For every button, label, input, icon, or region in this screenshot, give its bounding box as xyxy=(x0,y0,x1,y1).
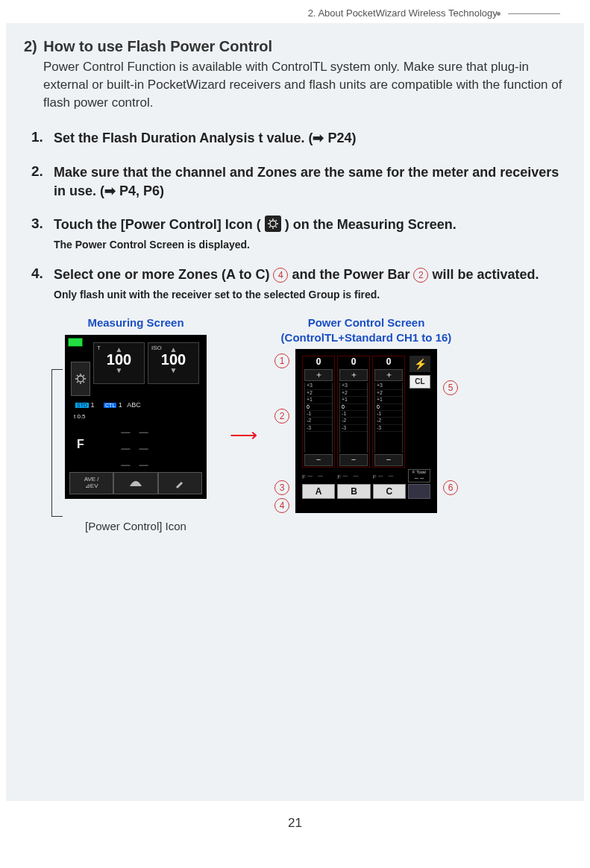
iso-label: ISO xyxy=(151,345,162,351)
power-control-icon-caption: [Power Control] Icon xyxy=(54,520,218,532)
step-4-title: Select one or more Zones (A to C) 4 and … xyxy=(54,265,566,284)
zone-a-plus-button[interactable]: ＋ xyxy=(304,369,333,381)
zone-buttons-row: A B C xyxy=(300,482,433,501)
power-screen-wrapper: 1 2 3 4 5 6 0 ＋ +3 +2 xyxy=(295,349,437,513)
callout-2: 2 xyxy=(274,409,289,424)
modeling-button[interactable] xyxy=(408,484,430,499)
section-number: 2) xyxy=(24,38,37,54)
step-4-text-b: and the Power Bar xyxy=(292,267,413,282)
one-a: 1 xyxy=(91,401,95,409)
callout-bracket xyxy=(51,369,63,517)
zone-b-f: F – – xyxy=(337,471,370,481)
callout-2-inline: 2 xyxy=(413,268,428,283)
t05-line: t 0.5 xyxy=(69,411,202,422)
zone-c-plus-button[interactable]: ＋ xyxy=(374,369,403,381)
zone-b-plus-button[interactable]: ＋ xyxy=(339,369,368,381)
f-values-row: F – – F – – F – – F Total– – xyxy=(300,470,433,482)
zone-a-power-bar[interactable]: +3 +2 +1 0 -1 -2 -3 xyxy=(304,383,333,453)
step-4-text-c: will be activated. xyxy=(432,267,539,282)
bottom-toolbar: AVE /⊿EV xyxy=(69,472,202,494)
section-description: Power Control Function is available with… xyxy=(43,58,566,111)
arrow-right-icon: ⟶ xyxy=(230,424,257,447)
iso-value[interactable]: ISO ▲ 100 ▼ xyxy=(148,342,199,384)
measuring-screen-label: Measuring Screen xyxy=(54,315,218,330)
zone-b-minus-button[interactable]: − xyxy=(339,454,368,466)
svg-point-1 xyxy=(78,376,84,382)
f-total: F Total– – xyxy=(408,469,430,482)
chapter-text: 2. About PocketWizard Wireless Technolog… xyxy=(308,7,498,19)
step-3-title: Touch the [Power Control] Icon ( ) on th… xyxy=(54,216,566,234)
power-control-screen: 0 ＋ +3 +2 +1 0 -1 -2 -3 xyxy=(295,349,437,513)
std-tag: STD xyxy=(75,403,89,408)
power-control-label: Power Control Screen (ControlTL+Standard… xyxy=(269,315,463,345)
step-3: Touch the [Power Control] Icon ( ) on th… xyxy=(31,216,566,251)
step-4-text-a: Select one or more Zones (A to C) xyxy=(54,267,273,282)
zone-c-power-bar[interactable]: +3 +2 +1 0 -1 -2 -3 xyxy=(374,383,403,453)
zone-a-minus-button[interactable]: − xyxy=(304,454,333,466)
ctl-tag: CTL xyxy=(104,403,116,408)
zone-b-power-bar[interactable]: +3 +2 +1 0 -1 -2 -3 xyxy=(339,383,368,453)
power-label-line2: (ControlTL+Standard CH1 to 16) xyxy=(281,331,452,344)
chevron-down-icon: ▼ xyxy=(148,368,198,372)
measure-button[interactable] xyxy=(113,472,157,494)
zone-b-column: 0 ＋ +3 +2 +1 0 -1 -2 -3 xyxy=(337,356,370,468)
zone-c-column: 0 ＋ +3 +2 +1 0 -1 -2 -3 xyxy=(372,356,405,468)
zone-c-minus-button[interactable]: − xyxy=(374,454,403,466)
svg-point-0 xyxy=(270,221,276,227)
section-title: How to use Flash Power Control xyxy=(43,38,272,54)
step-4-sub: Only flash unit with the receiver set to… xyxy=(54,289,566,301)
tools-button[interactable] xyxy=(158,472,202,494)
abc: ABC xyxy=(127,401,141,409)
power-label-line1: Power Control Screen xyxy=(308,316,425,329)
chapter-header: 2. About PocketWizard Wireless Technolog… xyxy=(0,0,590,23)
step-1: Set the Flash Duration Analysis t value.… xyxy=(31,129,566,148)
section-heading: 2) How to use Flash Power Control xyxy=(24,38,566,55)
zone-c-f: F – – xyxy=(373,471,406,481)
step-3-text-b: ) on the Measuring Screen. xyxy=(285,217,456,232)
f-label: F xyxy=(77,438,84,451)
measuring-screen-col: Measuring Screen xyxy=(54,315,218,532)
steps-list: Set the Flash Duration Analysis t value.… xyxy=(31,129,566,301)
step-3-sub: The Power Control Screen is displayed. xyxy=(54,239,566,251)
zone-a-f: F – – xyxy=(302,471,335,481)
measuring-screen: T ▲ 100 ▼ ISO ▲ 100 ▼ xyxy=(65,335,207,499)
page-body: 2) How to use Flash Power Control Power … xyxy=(6,23,584,801)
page-number: 21 xyxy=(0,816,590,831)
zone-a-column: 0 ＋ +3 +2 +1 0 -1 -2 -3 xyxy=(302,356,335,468)
zone-b-button[interactable]: B xyxy=(337,484,370,499)
step-3-text-a: Touch the [Power Control] Icon ( xyxy=(54,217,265,232)
zone-a-button[interactable]: A xyxy=(302,484,335,499)
callout-5: 5 xyxy=(443,380,458,395)
step-2: Make sure that the channel and Zones are… xyxy=(31,163,566,201)
status-line: STD 1 CTL 1 ABC xyxy=(69,399,202,411)
chevron-down-icon: ▼ xyxy=(94,368,144,372)
zone-a-value: 0 xyxy=(303,356,334,368)
step-1-title: Set the Flash Duration Analysis t value.… xyxy=(54,129,566,148)
callout-3: 3 xyxy=(274,480,289,495)
one-b: 1 xyxy=(119,401,122,409)
ave-ev-button[interactable]: AVE /⊿EV xyxy=(69,472,113,494)
cl-button[interactable]: CL xyxy=(409,375,430,389)
callout-4-inline: 4 xyxy=(273,268,288,283)
zone-c-value: 0 xyxy=(373,356,404,368)
readout-area: – – – – – – xyxy=(69,422,202,471)
shutter-value[interactable]: T ▲ 100 ▼ xyxy=(93,342,145,384)
flash-bolt-icon[interactable]: ⚡ xyxy=(409,356,430,372)
step-2-title: Make sure that the channel and Zones are… xyxy=(54,163,566,201)
callout-4: 4 xyxy=(274,498,289,513)
step-4: Select one or more Zones (A to C) 4 and … xyxy=(31,265,566,301)
header-dot xyxy=(497,12,500,16)
callout-1: 1 xyxy=(274,353,289,368)
power-control-screen-col: Power Control Screen (ControlTL+Standard… xyxy=(269,315,463,513)
screens-row: Measuring Screen xyxy=(54,315,566,532)
power-control-icon xyxy=(265,216,281,232)
t-label: T xyxy=(97,345,101,351)
power-control-icon-onscreen[interactable] xyxy=(71,362,90,396)
zone-b-value: 0 xyxy=(338,356,369,368)
zone-c-button[interactable]: C xyxy=(373,484,406,499)
callout-6: 6 xyxy=(443,480,458,495)
battery-indicator-icon xyxy=(68,338,83,347)
